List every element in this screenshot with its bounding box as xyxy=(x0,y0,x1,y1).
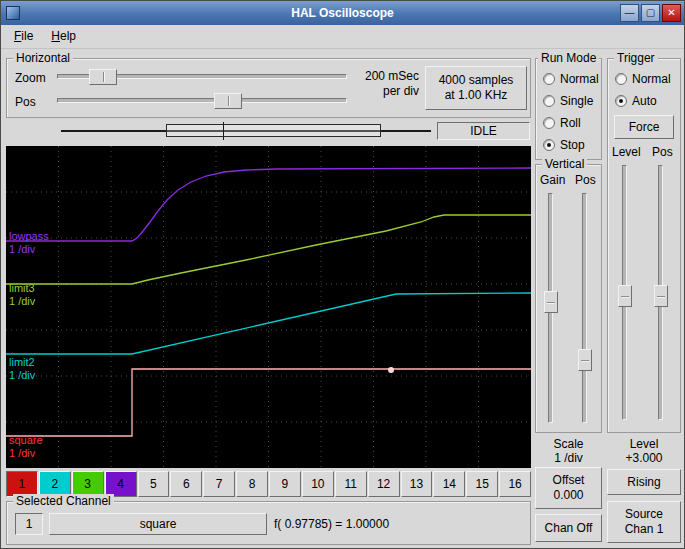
time-scale-readout: 200 mSec per div xyxy=(347,69,419,99)
scale-caption: Scale xyxy=(535,437,602,451)
menu-file[interactable]: File xyxy=(5,25,42,48)
trace-square xyxy=(6,369,531,436)
trigger-frame-label: Trigger xyxy=(614,51,658,65)
time-scale-line1: 200 mSec xyxy=(347,69,419,84)
trace-label-square: square 1 /div xyxy=(9,434,43,460)
trigger-level-label: Level xyxy=(612,145,641,159)
trigger-option-normal[interactable]: Normal xyxy=(615,71,671,87)
channel-button-13[interactable]: 13 xyxy=(401,471,433,497)
trigger-option-auto[interactable]: Auto xyxy=(615,93,657,109)
channel-button-6[interactable]: 6 xyxy=(170,471,202,497)
gain-label: Gain xyxy=(540,173,565,187)
zoom-slider-handle[interactable] xyxy=(89,69,117,85)
selected-channel-name-button[interactable]: square xyxy=(49,513,267,535)
level-value: +3.000 xyxy=(607,451,681,465)
run-mode-option-label: Roll xyxy=(560,116,581,130)
scope-canvas xyxy=(6,146,531,468)
run-mode-option-label: Stop xyxy=(560,138,585,152)
record-position-tick xyxy=(223,122,224,140)
offset-line2: 0.000 xyxy=(553,488,583,503)
run-mode-option-normal[interactable]: Normal xyxy=(543,71,599,87)
scope-display: lowpass 1 /div limit3 1 /div limit2 1 /d… xyxy=(6,146,531,468)
menu-help[interactable]: Help xyxy=(42,25,85,48)
trace-name: limit3 xyxy=(9,282,35,295)
trace-name: limit2 xyxy=(9,356,35,369)
trace-label-limit3: limit3 1 /div xyxy=(9,282,35,308)
trigger-edge-button[interactable]: Rising xyxy=(607,469,681,495)
titlebar: HAL Oscilloscope — ▢ ✕ xyxy=(1,1,684,25)
trace-scale: 1 /div xyxy=(9,295,35,308)
scope-grid xyxy=(6,146,531,468)
trigger-level-slider-handle[interactable] xyxy=(618,285,632,307)
source-line2: Chan 1 xyxy=(625,522,664,537)
run-mode-option-roll[interactable]: Roll xyxy=(543,115,581,131)
radio-icon xyxy=(615,95,627,107)
trace-scale: 1 /div xyxy=(9,369,35,382)
window-title: HAL Oscilloscope xyxy=(1,6,684,20)
force-button[interactable]: Force xyxy=(614,115,674,139)
trigger-pos-slider-handle[interactable] xyxy=(654,285,668,307)
vertical-pos-slider-trough xyxy=(582,193,587,423)
channel-button-10[interactable]: 10 xyxy=(302,471,334,497)
record-window-box[interactable] xyxy=(166,124,381,137)
offset-line1: Offset xyxy=(553,473,585,488)
gain-slider-handle[interactable] xyxy=(544,291,558,313)
channel-button-15[interactable]: 15 xyxy=(466,471,498,497)
pos-label: Pos xyxy=(15,95,36,109)
channel-button-7[interactable]: 7 xyxy=(203,471,235,497)
hal-oscilloscope-window: HAL Oscilloscope — ▢ ✕ File Help Horizon… xyxy=(0,0,685,549)
channel-button-11[interactable]: 11 xyxy=(335,471,367,497)
radio-icon xyxy=(543,139,555,151)
maximize-icon[interactable]: ▢ xyxy=(641,4,660,22)
record-position-indicator xyxy=(61,122,431,140)
selected-channel-index: 1 xyxy=(15,513,43,535)
trigger-frame: Trigger NormalAuto Force Level Pos xyxy=(607,58,681,433)
trace-name: square xyxy=(9,434,43,447)
horizontal-frame-label: Horizontal xyxy=(13,51,73,65)
samples-line2: at 1.00 KHz xyxy=(445,88,508,103)
trace-scale: 1 /div xyxy=(9,243,49,256)
trace-limit2 xyxy=(6,293,531,354)
horizontal-frame: Horizontal Zoom Pos 200 mSec per div 400… xyxy=(6,58,531,118)
channel-button-14[interactable]: 14 xyxy=(433,471,465,497)
run-mode-option-label: Normal xyxy=(560,72,599,86)
run-mode-frame: Run Mode NormalSingleRollStop xyxy=(535,58,602,160)
run-mode-option-single[interactable]: Single xyxy=(543,93,593,109)
radio-icon xyxy=(543,117,555,129)
vertical-frame-label: Vertical xyxy=(542,157,587,171)
channel-value-readout: f( 0.97785) = 1.00000 xyxy=(274,517,389,531)
run-mode-frame-label: Run Mode xyxy=(538,51,599,65)
pos-slider[interactable] xyxy=(57,92,347,110)
channel-button-9[interactable]: 9 xyxy=(269,471,301,497)
trace-label-lowpass: lowpass 1 /div xyxy=(9,230,49,256)
offset-button[interactable]: Offset 0.000 xyxy=(535,467,602,509)
radio-icon xyxy=(615,73,627,85)
trigger-option-label: Normal xyxy=(632,72,671,86)
close-icon[interactable]: ✕ xyxy=(662,4,681,22)
run-mode-option-stop[interactable]: Stop xyxy=(543,137,585,153)
level-caption: Level xyxy=(607,437,681,451)
chan-off-button[interactable]: Chan Off xyxy=(535,514,602,542)
zoom-slider[interactable] xyxy=(57,68,347,86)
channel-button-12[interactable]: 12 xyxy=(368,471,400,497)
pos-slider-handle[interactable] xyxy=(214,93,242,109)
minimize-icon[interactable]: — xyxy=(620,4,639,22)
trace-scale: 1 /div xyxy=(9,447,43,460)
vertical-pos-slider-handle[interactable] xyxy=(578,349,592,371)
trigger-pos-label: Pos xyxy=(652,145,673,159)
trigger-level-slider[interactable] xyxy=(618,165,632,420)
zoom-label: Zoom xyxy=(15,71,46,85)
channel-button-5[interactable]: 5 xyxy=(138,471,170,497)
channel-button-8[interactable]: 8 xyxy=(236,471,268,497)
trigger-pos-slider[interactable] xyxy=(654,165,668,420)
selected-channel-frame: Selected Channel 1 square f( 0.97785) = … xyxy=(6,501,531,545)
trigger-source-button[interactable]: Source Chan 1 xyxy=(607,501,681,543)
channel-button-16[interactable]: 16 xyxy=(499,471,531,497)
samples-button[interactable]: 4000 samples at 1.00 KHz xyxy=(425,66,527,110)
radio-icon xyxy=(543,95,555,107)
trace-lowpass xyxy=(6,168,531,241)
gain-slider[interactable] xyxy=(544,193,558,423)
pos-slider-trough xyxy=(57,98,347,103)
status-display: IDLE xyxy=(437,122,530,140)
vertical-pos-slider[interactable] xyxy=(578,193,592,423)
